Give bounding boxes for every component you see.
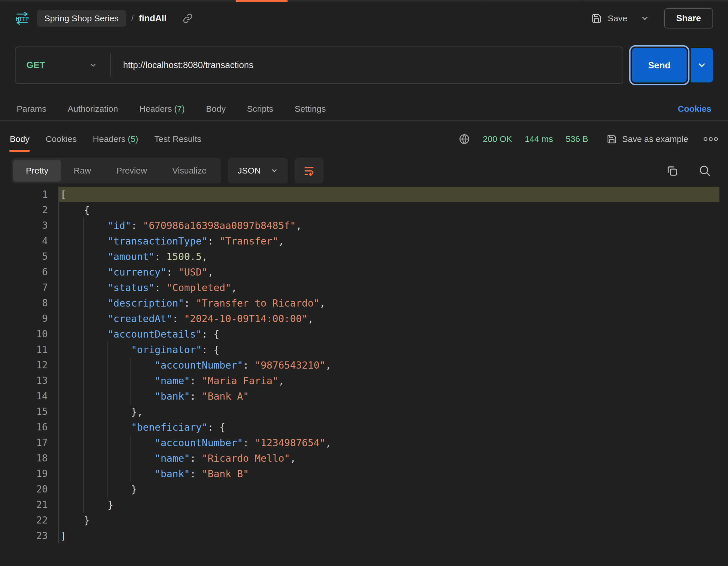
url-box: GET bbox=[15, 47, 623, 84]
indent-guides bbox=[60, 218, 106, 233]
indent-guides bbox=[60, 326, 106, 342]
method-chevron-icon bbox=[89, 61, 97, 69]
code-content: "id": "670986a16398aa0897b8485f", bbox=[58, 218, 719, 233]
line-number: 11 bbox=[9, 342, 58, 357]
indent-guides bbox=[60, 233, 106, 249]
line-number: 10 bbox=[9, 326, 58, 342]
code-line: 20} bbox=[9, 481, 719, 497]
titlebar-actions: Save Share bbox=[591, 8, 713, 28]
tab-separator bbox=[486, 0, 487, 2]
line-number: 19 bbox=[9, 466, 58, 481]
save-as-example-label: Save as example bbox=[622, 134, 688, 144]
breadcrumb-separator: / bbox=[131, 14, 134, 23]
method-selector[interactable]: GET bbox=[16, 60, 110, 70]
method-label: GET bbox=[26, 60, 45, 70]
indent-guides bbox=[60, 264, 106, 280]
language-label: JSON bbox=[238, 166, 261, 176]
tab-body[interactable]: Body bbox=[206, 104, 226, 114]
response-tab-headers[interactable]: Headers(5) bbox=[93, 126, 138, 152]
save-label: Save bbox=[608, 14, 627, 23]
status-badge: 200 OK bbox=[483, 134, 512, 144]
code-line: 1[ bbox=[9, 187, 719, 202]
mode-raw[interactable]: Raw bbox=[61, 160, 104, 182]
code-line: 9"createdAt": "2024-10-09T14:00:00", bbox=[9, 311, 719, 326]
indent-guides bbox=[60, 357, 153, 373]
code-content: "bank": "Bank A" bbox=[58, 388, 719, 404]
indent-guides bbox=[60, 342, 129, 357]
line-number: 20 bbox=[9, 481, 58, 497]
tab-params[interactable]: Params bbox=[17, 104, 46, 114]
code-content: "accountNumber": "9876543210", bbox=[58, 357, 719, 373]
tab-authorization[interactable]: Authorization bbox=[68, 104, 118, 114]
code-line: 4"transactionType": "Transfer", bbox=[9, 233, 719, 249]
save-button[interactable]: Save bbox=[591, 13, 627, 24]
url-input[interactable] bbox=[111, 60, 623, 70]
mode-preview[interactable]: Preview bbox=[104, 160, 160, 182]
indent-guides bbox=[60, 373, 153, 388]
tab-headers[interactable]: Headers(7) bbox=[139, 104, 185, 114]
response-tab-body[interactable]: Body bbox=[10, 126, 29, 152]
search-body-icon[interactable] bbox=[699, 165, 711, 177]
line-number: 12 bbox=[9, 357, 58, 373]
copy-link-icon[interactable] bbox=[183, 13, 193, 24]
section-divider bbox=[0, 120, 728, 121]
line-number: 9 bbox=[9, 311, 58, 326]
line-number: 4 bbox=[9, 233, 58, 249]
code-line: 6"currency": "USD", bbox=[9, 264, 719, 280]
code-content: ] bbox=[58, 528, 719, 544]
send-options-button[interactable] bbox=[691, 48, 713, 83]
breadcrumb-collection[interactable]: Spring Shop Series bbox=[37, 10, 126, 27]
line-number: 1 bbox=[9, 187, 58, 202]
save-icon bbox=[591, 13, 602, 24]
indent-guides bbox=[60, 249, 106, 264]
breadcrumb-request-name[interactable]: findAll bbox=[139, 13, 166, 24]
line-number: 13 bbox=[9, 373, 58, 388]
globe-icon[interactable] bbox=[459, 133, 470, 145]
indent-guides bbox=[60, 404, 129, 419]
tab-settings[interactable]: Settings bbox=[295, 104, 326, 114]
request-tabs: ParamsAuthorizationHeaders(7)BodyScripts… bbox=[17, 104, 326, 114]
indent-guides bbox=[60, 388, 153, 404]
code-content: { bbox=[58, 202, 719, 218]
save-options-chevron-icon[interactable] bbox=[641, 14, 649, 23]
active-tab-indicator bbox=[236, 0, 288, 2]
wrap-lines-icon bbox=[303, 164, 315, 177]
toolbar-right-icons bbox=[666, 165, 711, 177]
line-number: 17 bbox=[9, 435, 58, 450]
indent-guides bbox=[60, 280, 106, 295]
response-tabs: BodyCookiesHeaders(5)Test Results bbox=[10, 126, 201, 152]
code-line: 11"originator": { bbox=[9, 342, 719, 357]
code-content: } bbox=[58, 497, 719, 513]
line-number: 6 bbox=[9, 264, 58, 280]
more-options-icon[interactable] bbox=[703, 137, 718, 141]
send-chevron-icon bbox=[697, 60, 707, 70]
share-button[interactable]: Share bbox=[664, 8, 713, 28]
copy-body-icon[interactable] bbox=[666, 165, 678, 177]
response-tab-cookies[interactable]: Cookies bbox=[45, 126, 76, 152]
code-line: 5"amount": 1500.5, bbox=[9, 249, 719, 264]
save-as-example-button[interactable]: Save as example bbox=[607, 134, 688, 144]
code-content: "accountDetails": { bbox=[58, 326, 719, 342]
response-tab-test-results[interactable]: Test Results bbox=[154, 126, 201, 152]
response-body-editor[interactable]: 1[2{3"id": "670986a16398aa0897b8485f",4"… bbox=[9, 187, 719, 544]
send-button[interactable]: Send bbox=[632, 48, 687, 83]
language-selector[interactable]: JSON bbox=[228, 158, 288, 183]
line-number: 15 bbox=[9, 404, 58, 419]
wrap-lines-button[interactable] bbox=[295, 158, 323, 183]
code-line: 3"id": "670986a16398aa0897b8485f", bbox=[9, 218, 719, 233]
code-line: 19"bank": "Bank B" bbox=[9, 466, 719, 481]
code-line: 2{ bbox=[9, 202, 719, 218]
tab-scripts[interactable]: Scripts bbox=[247, 104, 273, 114]
svg-text:HTTP: HTTP bbox=[16, 16, 29, 22]
code-content: "description": "Transfer to Ricardo", bbox=[58, 295, 719, 311]
workspace-tab-strip bbox=[0, 0, 728, 2]
mode-visualize[interactable]: Visualize bbox=[160, 160, 219, 182]
cookies-link[interactable]: Cookies bbox=[678, 104, 711, 114]
mode-pretty[interactable]: Pretty bbox=[13, 160, 61, 182]
line-number: 5 bbox=[9, 249, 58, 264]
line-number: 22 bbox=[9, 513, 58, 528]
code-content: "amount": 1500.5, bbox=[58, 249, 719, 264]
code-content: [ bbox=[58, 187, 719, 202]
code-content: "name": "Maria Faria", bbox=[58, 373, 719, 388]
code-content: "status": "Completed", bbox=[58, 280, 719, 295]
